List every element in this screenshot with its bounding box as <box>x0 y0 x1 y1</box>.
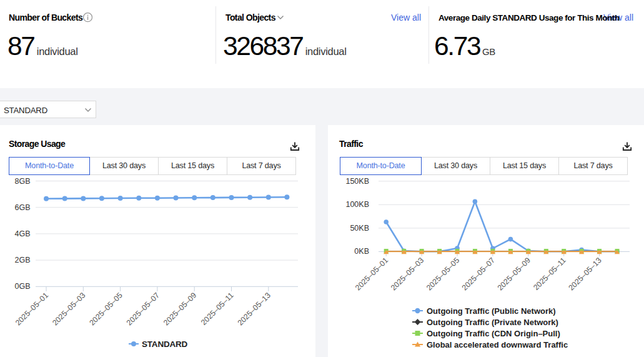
svg-text:2025–05–13: 2025–05–13 <box>236 291 272 327</box>
svg-text:100KB: 100KB <box>345 200 369 209</box>
svg-text:Global accelerated downward Tr: Global accelerated downward Traffic <box>427 340 568 349</box>
svg-text:2GB: 2GB <box>14 256 30 264</box>
svg-text:Outgoing Traffic (Private Netw: Outgoing Traffic (Private Network) <box>427 318 558 327</box>
svg-text:2025–05–11: 2025–05–11 <box>199 291 235 327</box>
svg-text:150KB: 150KB <box>345 177 369 186</box>
svg-text:Outgoing Traffic (Public Netwo: Outgoing Traffic (Public Network) <box>427 306 556 316</box>
svg-text:8GB: 8GB <box>14 177 30 186</box>
svg-text:2025–05–13: 2025–05–13 <box>567 256 603 292</box>
svg-text:2025–05–01: 2025–05–01 <box>354 256 390 292</box>
svg-text:2025–05–07: 2025–05–07 <box>460 256 497 292</box>
svg-text:50KB: 50KB <box>350 224 369 233</box>
svg-text:2025–05–07: 2025–05–07 <box>125 291 161 327</box>
svg-text:2025–05–03: 2025–05–03 <box>389 256 425 292</box>
svg-text:2025–05–05: 2025–05–05 <box>425 256 461 292</box>
svg-text:0GB: 0GB <box>14 282 30 291</box>
svg-text:2025–05–05: 2025–05–05 <box>87 291 124 327</box>
svg-text:2025–05–09: 2025–05–09 <box>162 291 198 327</box>
svg-text:2025–05–09: 2025–05–09 <box>496 256 532 292</box>
svg-text:2025–05–11: 2025–05–11 <box>532 256 568 292</box>
svg-text:0KB: 0KB <box>354 247 369 256</box>
svg-text:Outgoing Traffic (CDN Origin–P: Outgoing Traffic (CDN Origin–Pull) <box>427 329 560 338</box>
svg-text:6GB: 6GB <box>14 203 30 212</box>
svg-text:2025–05–03: 2025–05–03 <box>51 291 87 327</box>
svg-text:STANDARD: STANDARD <box>142 339 188 349</box>
svg-text:2025–05–01: 2025–05–01 <box>14 291 50 327</box>
svg-text:4GB: 4GB <box>14 229 30 238</box>
